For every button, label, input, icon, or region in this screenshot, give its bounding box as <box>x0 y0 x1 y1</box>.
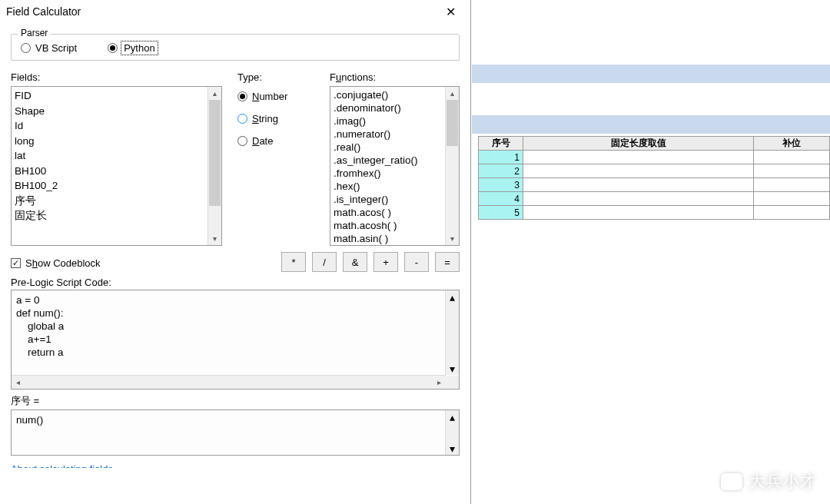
op-divide-button[interactable]: / <box>312 252 337 272</box>
show-codeblock-checkbox[interactable]: ✓ Show Codeblock <box>11 257 101 269</box>
watermark-text: 大兵小才 <box>749 470 816 493</box>
table-row[interactable]: 5 <box>479 206 830 220</box>
col-header-seq[interactable]: 序号 <box>479 137 523 151</box>
expr-vscrollbar[interactable]: ▴ ▾ <box>445 410 459 455</box>
field-item[interactable]: BH100_2 <box>15 178 218 194</box>
col-header-pad[interactable]: 补位 <box>754 137 830 151</box>
field-item[interactable]: lat <box>15 148 218 164</box>
functions-listbox[interactable]: .conjugate() .denominator() .imag() .num… <box>330 86 460 246</box>
titlebar: Field Calculator ✕ <box>0 0 470 23</box>
cell[interactable] <box>523 164 754 178</box>
fields-label: Fields: <box>11 71 222 83</box>
cell-seq: 2 <box>479 164 523 178</box>
parser-group: Parser VB Script Python <box>11 34 460 61</box>
scroll-left-icon[interactable]: ◂ <box>12 376 25 389</box>
type-number-radio[interactable]: Number <box>237 91 314 102</box>
cell[interactable] <box>523 178 754 192</box>
scroll-down-icon[interactable]: ▾ <box>446 232 459 245</box>
scroll-up-icon[interactable]: ▴ <box>446 290 459 303</box>
op-equals-button[interactable]: = <box>435 252 460 272</box>
field-calculator-dialog: Field Calculator ✕ Parser VB Script Pyth… <box>0 0 471 504</box>
field-item[interactable]: 固定长 <box>15 208 218 224</box>
scroll-up-icon[interactable]: ▴ <box>446 87 459 100</box>
scroll-up-icon[interactable]: ▴ <box>208 87 221 100</box>
scroll-right-icon[interactable]: ▸ <box>433 376 446 389</box>
scroll-down-icon[interactable]: ▾ <box>208 232 221 245</box>
function-item[interactable]: .real() <box>334 141 456 154</box>
prelogic-textarea[interactable]: a = 0 def num(): global a a+=1 return a … <box>11 290 460 390</box>
expression-content: num() <box>12 410 459 429</box>
about-link[interactable]: About calculating fields <box>11 463 460 468</box>
cell[interactable] <box>754 206 830 220</box>
prelogic-hscrollbar[interactable]: ◂ ▸ <box>12 375 446 389</box>
table-row[interactable]: 4 <box>479 192 830 206</box>
field-item[interactable]: long <box>15 134 218 149</box>
scroll-up-icon[interactable]: ▴ <box>446 410 459 423</box>
field-item[interactable]: 序号 <box>15 194 218 209</box>
radio-icon <box>108 43 118 53</box>
parser-python-radio[interactable]: Python <box>108 42 156 54</box>
op-concat-button[interactable]: & <box>343 252 367 272</box>
expression-textarea[interactable]: num() ▴ ▾ <box>11 410 460 456</box>
cell[interactable] <box>754 151 830 164</box>
field-item[interactable]: FID <box>15 88 218 104</box>
function-item[interactable]: .fromhex() <box>334 167 456 180</box>
toolbar-stripe <box>472 65 830 83</box>
function-item[interactable]: .as_integer_ratio() <box>334 154 456 167</box>
scroll-down-icon[interactable]: ▾ <box>446 442 459 455</box>
prelogic-label: Pre-Logic Script Code: <box>11 277 460 288</box>
scroll-down-icon[interactable]: ▾ <box>446 362 459 375</box>
toolbar-stripe-2 <box>472 115 830 134</box>
function-item[interactable]: .denominator() <box>334 101 456 114</box>
op-plus-button[interactable]: + <box>374 252 398 272</box>
checkbox-icon: ✓ <box>11 258 21 268</box>
function-item[interactable]: .is_integer() <box>334 193 456 206</box>
parser-vbscript-label: VB Script <box>35 42 77 54</box>
field-item[interactable]: Id <box>15 118 218 134</box>
col-header-fixed-length[interactable]: 固定长度取值 <box>523 137 754 151</box>
functions-scrollbar[interactable]: ▴ ▾ <box>445 87 459 245</box>
radio-icon <box>237 114 247 124</box>
function-item[interactable]: math.acos( ) <box>334 206 456 219</box>
function-item[interactable]: math.acosh( ) <box>334 219 456 232</box>
function-item[interactable]: .numerator() <box>334 128 456 141</box>
cell-seq: 4 <box>479 192 523 206</box>
table-row[interactable]: 1 <box>479 151 830 164</box>
cell[interactable] <box>523 206 754 220</box>
type-string-radio[interactable]: String <box>237 113 314 124</box>
op-minus-button[interactable]: - <box>404 252 429 272</box>
field-item[interactable]: Shape <box>15 104 218 119</box>
fields-listbox[interactable]: FID Shape Id long lat BH100 BH100_2 序号 固… <box>11 86 222 246</box>
cell[interactable] <box>754 192 830 206</box>
function-item[interactable]: .hex() <box>334 180 456 193</box>
field-item[interactable]: BH100 <box>15 164 218 179</box>
fields-scrollbar[interactable]: ▴ ▾ <box>208 87 221 245</box>
radio-icon <box>237 91 247 101</box>
type-string-label: String <box>252 113 278 124</box>
function-item[interactable]: .conjugate() <box>334 88 456 101</box>
function-item[interactable]: .imag() <box>334 114 456 128</box>
table-row[interactable]: 2 <box>479 164 830 178</box>
functions-label: Functions: <box>330 71 460 83</box>
function-item[interactable]: math.asin( ) <box>334 232 456 245</box>
table-header-row: 序号 固定长度取值 补位 <box>479 137 830 151</box>
cell[interactable] <box>754 178 830 192</box>
radio-icon <box>21 43 31 53</box>
type-label: Type: <box>237 71 314 83</box>
cell-seq: 5 <box>479 206 523 220</box>
prelogic-vscrollbar[interactable]: ▴ ▾ <box>445 290 459 375</box>
background-attribute-table: 序号 固定长度取值 补位 1 2 3 <box>472 0 830 504</box>
close-button[interactable]: ✕ <box>435 2 466 22</box>
type-date-radio[interactable]: Date <box>237 135 314 147</box>
radio-icon <box>237 136 247 146</box>
cell[interactable] <box>523 151 754 164</box>
table-row[interactable]: 3 <box>479 178 830 192</box>
parser-vbscript-radio[interactable]: VB Script <box>21 42 77 54</box>
prelogic-content: a = 0 def num(): global a a+=1 return a <box>12 290 459 362</box>
cell[interactable] <box>523 192 754 206</box>
operator-buttons: * / & + - = <box>281 252 460 272</box>
close-icon: ✕ <box>446 5 456 19</box>
cell[interactable] <box>754 164 830 178</box>
op-multiply-button[interactable]: * <box>281 252 306 272</box>
watermark: 大兵小才 <box>721 470 816 493</box>
